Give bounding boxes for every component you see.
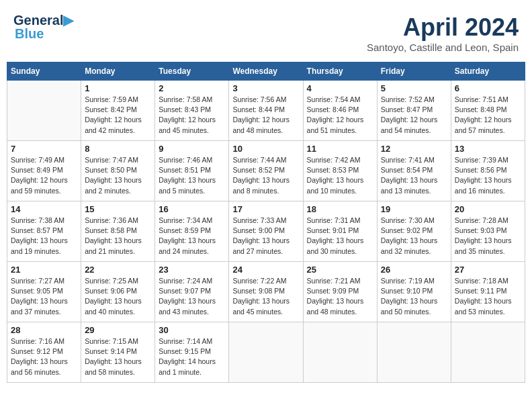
week-row-4: 21Sunrise: 7:27 AMSunset: 9:05 PMDayligh… — [7, 262, 525, 322]
day-info: Sunrise: 7:33 AMSunset: 9:00 PMDaylight:… — [232, 216, 299, 257]
day-number: 4 — [307, 83, 373, 93]
day-cell: 3Sunrise: 7:56 AMSunset: 8:44 PMDaylight… — [229, 81, 303, 141]
calendar: SundayMondayTuesdayWednesdayThursdayFrid… — [7, 62, 525, 383]
day-cell: 7Sunrise: 7:49 AMSunset: 8:49 PMDaylight… — [7, 141, 81, 201]
day-number: 18 — [307, 204, 373, 214]
day-info: Sunrise: 7:27 AMSunset: 9:05 PMDaylight:… — [11, 276, 77, 317]
week-row-1: 1Sunrise: 7:59 AMSunset: 8:42 PMDaylight… — [7, 81, 525, 141]
day-info: Sunrise: 7:41 AMSunset: 8:54 PMDaylight:… — [381, 155, 447, 196]
day-cell: 28Sunrise: 7:16 AMSunset: 9:12 PMDayligh… — [7, 322, 81, 383]
col-header-tuesday: Tuesday — [155, 62, 229, 81]
day-number: 27 — [455, 265, 521, 275]
day-cell: 23Sunrise: 7:24 AMSunset: 9:07 PMDayligh… — [155, 262, 229, 322]
day-number: 9 — [159, 144, 225, 154]
day-cell: 11Sunrise: 7:42 AMSunset: 8:53 PMDayligh… — [303, 141, 377, 201]
day-number: 16 — [159, 204, 225, 214]
location: Santoyo, Castille and Leon, Spain — [367, 42, 519, 53]
day-cell: 12Sunrise: 7:41 AMSunset: 8:54 PMDayligh… — [377, 141, 451, 201]
day-cell: 19Sunrise: 7:30 AMSunset: 9:02 PMDayligh… — [377, 201, 451, 262]
col-header-saturday: Saturday — [451, 62, 525, 81]
day-cell: 18Sunrise: 7:31 AMSunset: 9:01 PMDayligh… — [303, 201, 377, 262]
day-cell: 13Sunrise: 7:39 AMSunset: 8:56 PMDayligh… — [451, 141, 525, 201]
day-cell — [377, 322, 451, 383]
logo: General▶ Blue — [13, 13, 73, 40]
day-info: Sunrise: 7:15 AMSunset: 9:14 PMDaylight:… — [85, 336, 151, 377]
day-number: 2 — [159, 83, 225, 93]
day-number: 10 — [232, 144, 299, 154]
day-number: 5 — [381, 83, 447, 93]
day-number: 3 — [232, 83, 299, 93]
day-info: Sunrise: 7:34 AMSunset: 8:59 PMDaylight:… — [159, 216, 225, 257]
day-number: 20 — [455, 204, 521, 214]
day-info: Sunrise: 7:24 AMSunset: 9:07 PMDaylight:… — [159, 276, 225, 317]
day-number: 13 — [455, 144, 521, 154]
day-info: Sunrise: 7:14 AMSunset: 9:15 PMDaylight:… — [159, 336, 225, 377]
day-cell: 17Sunrise: 7:33 AMSunset: 9:00 PMDayligh… — [229, 201, 303, 262]
day-number: 21 — [11, 265, 77, 275]
day-number: 15 — [85, 204, 151, 214]
day-cell — [229, 322, 303, 383]
day-number: 29 — [85, 325, 151, 335]
day-cell: 30Sunrise: 7:14 AMSunset: 9:15 PMDayligh… — [155, 322, 229, 383]
day-info: Sunrise: 7:59 AMSunset: 8:42 PMDaylight:… — [85, 95, 151, 136]
day-number: 11 — [307, 144, 373, 154]
day-cell: 25Sunrise: 7:21 AMSunset: 9:09 PMDayligh… — [303, 262, 377, 322]
day-info: Sunrise: 7:39 AMSunset: 8:56 PMDaylight:… — [455, 155, 521, 196]
day-number: 17 — [232, 204, 299, 214]
day-cell: 27Sunrise: 7:18 AMSunset: 9:11 PMDayligh… — [451, 262, 525, 322]
day-info: Sunrise: 7:42 AMSunset: 8:53 PMDaylight:… — [307, 155, 373, 196]
day-number: 14 — [11, 204, 77, 214]
day-cell: 4Sunrise: 7:54 AMSunset: 8:46 PMDaylight… — [303, 81, 377, 141]
day-info: Sunrise: 7:22 AMSunset: 9:08 PMDaylight:… — [232, 276, 299, 317]
day-cell: 22Sunrise: 7:25 AMSunset: 9:06 PMDayligh… — [81, 262, 155, 322]
day-number: 23 — [159, 265, 225, 275]
day-cell — [451, 322, 525, 383]
day-info: Sunrise: 7:44 AMSunset: 8:52 PMDaylight:… — [232, 155, 299, 196]
week-row-2: 7Sunrise: 7:49 AMSunset: 8:49 PMDaylight… — [7, 141, 525, 201]
day-cell — [303, 322, 377, 383]
day-cell — [7, 81, 81, 141]
title-area: April 2024 Santoyo, Castille and Leon, S… — [367, 13, 519, 53]
week-row-5: 28Sunrise: 7:16 AMSunset: 9:12 PMDayligh… — [7, 322, 525, 383]
day-cell: 16Sunrise: 7:34 AMSunset: 8:59 PMDayligh… — [155, 201, 229, 262]
header: General▶ Blue April 2024 Santoyo, Castil… — [7, 7, 525, 56]
week-row-3: 14Sunrise: 7:38 AMSunset: 8:57 PMDayligh… — [7, 201, 525, 262]
day-number: 7 — [11, 144, 77, 154]
day-cell: 2Sunrise: 7:58 AMSunset: 8:43 PMDaylight… — [155, 81, 229, 141]
day-info: Sunrise: 7:46 AMSunset: 8:51 PMDaylight:… — [159, 155, 225, 196]
day-cell: 20Sunrise: 7:28 AMSunset: 9:03 PMDayligh… — [451, 201, 525, 262]
col-header-wednesday: Wednesday — [229, 62, 303, 81]
day-number: 6 — [455, 83, 521, 93]
day-number: 19 — [381, 204, 447, 214]
header-row: SundayMondayTuesdayWednesdayThursdayFrid… — [7, 62, 525, 81]
day-cell: 8Sunrise: 7:47 AMSunset: 8:50 PMDaylight… — [81, 141, 155, 201]
day-cell: 1Sunrise: 7:59 AMSunset: 8:42 PMDaylight… — [81, 81, 155, 141]
day-cell: 6Sunrise: 7:51 AMSunset: 8:48 PMDaylight… — [451, 81, 525, 141]
logo-text: General▶ — [13, 13, 73, 27]
col-header-sunday: Sunday — [7, 62, 81, 81]
col-header-friday: Friday — [377, 62, 451, 81]
day-number: 8 — [85, 144, 151, 154]
day-number: 22 — [85, 265, 151, 275]
day-info: Sunrise: 7:56 AMSunset: 8:44 PMDaylight:… — [232, 95, 299, 136]
day-info: Sunrise: 7:18 AMSunset: 9:11 PMDaylight:… — [455, 276, 521, 317]
day-info: Sunrise: 7:31 AMSunset: 9:01 PMDaylight:… — [307, 216, 373, 257]
day-cell: 21Sunrise: 7:27 AMSunset: 9:05 PMDayligh… — [7, 262, 81, 322]
day-info: Sunrise: 7:38 AMSunset: 8:57 PMDaylight:… — [11, 216, 77, 257]
day-info: Sunrise: 7:30 AMSunset: 9:02 PMDaylight:… — [381, 216, 447, 257]
day-number: 24 — [232, 265, 299, 275]
day-cell: 9Sunrise: 7:46 AMSunset: 8:51 PMDaylight… — [155, 141, 229, 201]
day-cell: 10Sunrise: 7:44 AMSunset: 8:52 PMDayligh… — [229, 141, 303, 201]
day-info: Sunrise: 7:51 AMSunset: 8:48 PMDaylight:… — [455, 95, 521, 136]
day-cell: 15Sunrise: 7:36 AMSunset: 8:58 PMDayligh… — [81, 201, 155, 262]
day-number: 30 — [159, 325, 225, 335]
day-info: Sunrise: 7:19 AMSunset: 9:10 PMDaylight:… — [381, 276, 447, 317]
day-info: Sunrise: 7:47 AMSunset: 8:50 PMDaylight:… — [85, 155, 151, 196]
day-info: Sunrise: 7:49 AMSunset: 8:49 PMDaylight:… — [11, 155, 77, 196]
day-info: Sunrise: 7:54 AMSunset: 8:46 PMDaylight:… — [307, 95, 373, 136]
day-info: Sunrise: 7:58 AMSunset: 8:43 PMDaylight:… — [159, 95, 225, 136]
day-number: 25 — [307, 265, 373, 275]
day-number: 28 — [11, 325, 77, 335]
day-number: 12 — [381, 144, 447, 154]
day-info: Sunrise: 7:36 AMSunset: 8:58 PMDaylight:… — [85, 216, 151, 257]
